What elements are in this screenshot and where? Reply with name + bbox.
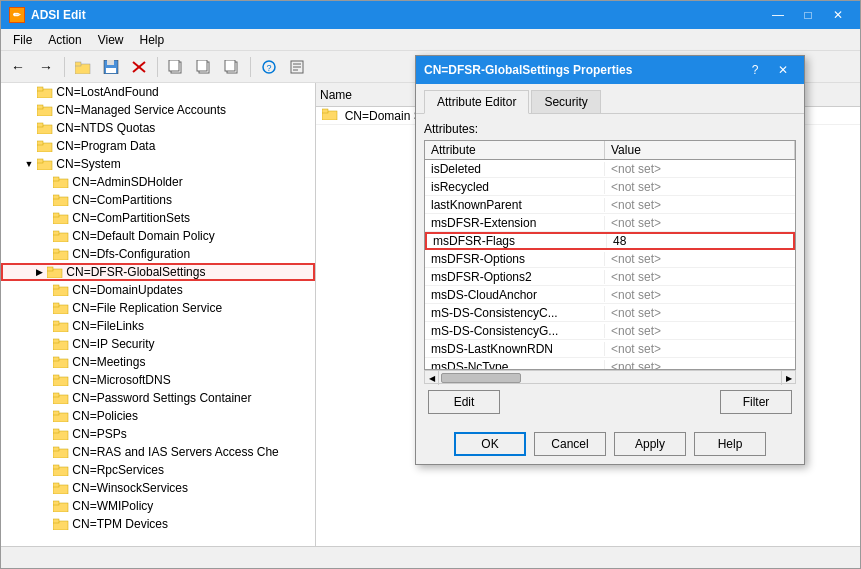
attr-row-ms-ds-consistencyc[interactable]: mS-DS-ConsistencyC... <not set> — [425, 304, 795, 322]
tree-item-microsoftdns[interactable]: CN=MicrosoftDNS — [1, 371, 315, 389]
tree-item-frs[interactable]: CN=File Replication Service — [1, 299, 315, 317]
tree-item-ipsec[interactable]: CN=IP Security — [1, 335, 315, 353]
filter-button[interactable]: Filter — [720, 390, 792, 414]
attr-name-lastknownparent: lastKnownParent — [425, 198, 605, 212]
attr-table-container[interactable]: Attribute Value isDeleted <not set> isRe… — [424, 140, 796, 370]
hscrollbar-thumb[interactable] — [441, 373, 521, 383]
attr-row-msdfsr-extension[interactable]: msDFSR-Extension <not set> — [425, 214, 795, 232]
right-cell-name: CN=Domain S — [316, 108, 428, 123]
tree-item-managed[interactable]: CN=Managed Service Accounts — [1, 101, 315, 119]
attr-row-msdfsr-options[interactable]: msDFSR-Options <not set> — [425, 250, 795, 268]
svg-rect-48 — [53, 339, 59, 343]
expand-icon — [37, 192, 53, 208]
attr-row-ms-ds-consistencyg[interactable]: mS-DS-ConsistencyG... <not set> — [425, 322, 795, 340]
toolbar-copy3[interactable] — [219, 54, 245, 80]
attr-value-isrecycled: <not set> — [605, 180, 795, 194]
minimize-button[interactable]: — — [764, 5, 792, 25]
tree-item-dfsr-global[interactable]: ▶ CN=DFSR-GlobalSettings — [1, 263, 315, 281]
tree-item-ntds[interactable]: CN=NTDS Quotas — [1, 119, 315, 137]
tree-label: CN=DomainUpdates — [72, 283, 182, 297]
toolbar-save[interactable] — [98, 54, 124, 80]
apply-button[interactable]: Apply — [614, 432, 686, 456]
edit-button[interactable]: Edit — [428, 390, 500, 414]
toolbar-copy2[interactable] — [191, 54, 217, 80]
tree-label: CN=RAS and IAS Servers Access Che — [72, 445, 278, 459]
modal-title-bar: CN=DFSR-GlobalSettings Properties ? ✕ — [416, 56, 804, 84]
cancel-button[interactable]: Cancel — [534, 432, 606, 456]
menu-action[interactable]: Action — [40, 29, 89, 50]
tree-item-meetings[interactable]: CN=Meetings — [1, 353, 315, 371]
tree-item-defaultdomain[interactable]: CN=Default Domain Policy — [1, 227, 315, 245]
tree-item-tpm[interactable]: CN=TPM Devices — [1, 515, 315, 533]
attr-value-ms-ds-consistencyc: <not set> — [605, 306, 795, 320]
tree-item-compartitions[interactable]: CN=ComPartitions — [1, 191, 315, 209]
tree-item-policies[interactable]: CN=Policies — [1, 407, 315, 425]
toolbar-info[interactable] — [284, 54, 310, 80]
tree-item-ras[interactable]: CN=RAS and IAS Servers Access Che — [1, 443, 315, 461]
tree-item-pwdsettings[interactable]: CN=Password Settings Container — [1, 389, 315, 407]
tab-attribute-editor[interactable]: Attribute Editor — [424, 90, 529, 114]
attr-row-msds-cloudanchor[interactable]: msDS-CloudAnchor <not set> — [425, 286, 795, 304]
tree-item-adminsdholder[interactable]: CN=AdminSDHolder — [1, 173, 315, 191]
menu-view[interactable]: View — [90, 29, 132, 50]
tree-item-rpc[interactable]: CN=RpcServices — [1, 461, 315, 479]
tree-panel[interactable]: CN=LostAndFound CN=Managed Service Accou… — [1, 83, 316, 546]
tree-label: CN=PSPs — [72, 427, 126, 441]
tree-item-psps[interactable]: CN=PSPs — [1, 425, 315, 443]
attr-row-isdeleted[interactable]: isDeleted <not set> — [425, 160, 795, 178]
svg-rect-56 — [53, 411, 59, 415]
tree-item-dfs[interactable]: CN=Dfs-Configuration — [1, 245, 315, 263]
attr-row-isrecycled[interactable]: isRecycled <not set> — [425, 178, 795, 196]
toolbar-forward[interactable]: → — [33, 54, 59, 80]
tree-label: CN=System — [56, 157, 120, 171]
tree-item-domainupdates[interactable]: CN=DomainUpdates — [1, 281, 315, 299]
attr-row-msdfsr-flags[interactable]: msDFSR-Flags 48 — [425, 232, 795, 250]
tree-label: CN=Program Data — [56, 139, 155, 153]
attr-row-lastknownparent[interactable]: lastKnownParent <not set> — [425, 196, 795, 214]
attr-name-ms-ds-consistencyc: mS-DS-ConsistencyC... — [425, 306, 605, 320]
svg-rect-70 — [322, 109, 328, 113]
toolbar-help[interactable]: ? — [256, 54, 282, 80]
tree-item-wmipolicy[interactable]: CN=WMIPolicy — [1, 497, 315, 515]
modal-help-button[interactable]: ? — [742, 60, 768, 80]
attr-row-msdfsr-options2[interactable]: msDFSR-Options2 <not set> — [425, 268, 795, 286]
attr-name-msdfsr-extension: msDFSR-Extension — [425, 216, 605, 230]
toolbar-back[interactable]: ← — [5, 54, 31, 80]
menu-help[interactable]: Help — [132, 29, 173, 50]
toolbar-copy1[interactable] — [163, 54, 189, 80]
attr-name-msdfsr-flags: msDFSR-Flags — [427, 234, 607, 248]
menu-file[interactable]: File — [5, 29, 40, 50]
attr-value-msds-cloudanchor: <not set> — [605, 288, 795, 302]
expand-icon — [37, 462, 53, 478]
tree-item-filelinks[interactable]: CN=FileLinks — [1, 317, 315, 335]
tree-item-lostanfound[interactable]: CN=LostAndFound — [1, 83, 315, 101]
svg-rect-42 — [53, 285, 59, 289]
tree-item-compartitionsets[interactable]: CN=ComPartitionSets — [1, 209, 315, 227]
maximize-button[interactable]: □ — [794, 5, 822, 25]
attr-row-msds-lastknownrdn[interactable]: msDS-LastKnownRDN <not set> — [425, 340, 795, 358]
modal-tabs: Attribute Editor Security — [416, 84, 804, 114]
tree-item-program[interactable]: CN=Program Data — [1, 137, 315, 155]
tab-security[interactable]: Security — [531, 90, 600, 113]
attr-col-attribute: Attribute — [425, 141, 605, 159]
close-button[interactable]: ✕ — [824, 5, 852, 25]
svg-rect-66 — [53, 501, 59, 505]
ok-button[interactable]: OK — [454, 432, 526, 456]
help-footer-button[interactable]: Help — [694, 432, 766, 456]
tree-item-winsock[interactable]: CN=WinsockServices — [1, 479, 315, 497]
tree-item-system[interactable]: ▼ CN=System — [1, 155, 315, 173]
title-bar-text: ADSI Edit — [31, 8, 86, 22]
hscrollbar-right-arrow[interactable]: ▶ — [781, 371, 795, 385]
modal-title-text: CN=DFSR-GlobalSettings Properties — [424, 63, 736, 77]
toolbar-delete[interactable] — [126, 54, 152, 80]
tree-label: CN=Dfs-Configuration — [72, 247, 190, 261]
toolbar-folder[interactable] — [70, 54, 96, 80]
hscrollbar[interactable]: ◀ ▶ — [424, 370, 796, 384]
tree-label: CN=FileLinks — [72, 319, 144, 333]
tree-label: CN=File Replication Service — [72, 301, 222, 315]
attr-row-msds-nctype[interactable]: msDS-NcType <not set> — [425, 358, 795, 370]
modal-close-button[interactable]: ✕ — [770, 60, 796, 80]
svg-rect-68 — [53, 519, 59, 523]
expand-icon — [37, 516, 53, 532]
hscrollbar-left-arrow[interactable]: ◀ — [425, 371, 439, 385]
